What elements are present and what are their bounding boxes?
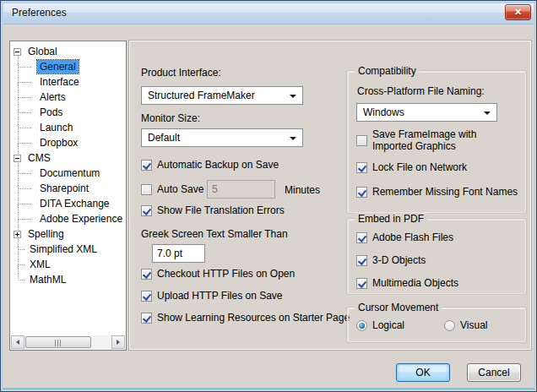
titlebar[interactable]: Preferences	[2, 2, 535, 24]
tree-item-label[interactable]: Alerts	[37, 90, 68, 104]
radio-selected-icon[interactable]	[356, 320, 367, 331]
tree-item-adobe-experience-manager[interactable]: Adobe Experience Manager	[11, 211, 125, 226]
tree-item-label[interactable]: DITA Exchange	[37, 197, 112, 210]
tree-item-alerts[interactable]: Alerts	[11, 90, 125, 105]
checkbox-checked-icon[interactable]	[356, 187, 367, 198]
tree-item-label-selected[interactable]: General	[37, 60, 79, 74]
checkbox-checked-icon[interactable]	[356, 162, 367, 173]
tree-item-label[interactable]: Spelling	[25, 227, 67, 241]
tree-item-interface[interactable]: Interface	[11, 74, 125, 90]
checkbox-label: Checkout HTTP Files on Open	[157, 268, 295, 280]
tree-item-sharepoint[interactable]: Sharepoint	[11, 181, 125, 196]
tree-item-xml[interactable]: XML	[11, 257, 125, 272]
tree-item-label[interactable]: Global	[25, 45, 60, 58]
checkbox-checked-icon[interactable]	[141, 160, 152, 171]
lock-file-checkbox[interactable]: Lock File on Network	[356, 161, 467, 173]
checkbox-label: Lock File on Network	[372, 161, 467, 173]
3d-objects-checkbox[interactable]: 3-D Objects	[356, 254, 426, 266]
cursor-movement-group: Cursor Movement Logical Visual	[347, 308, 526, 342]
checkbox-checked-icon[interactable]	[356, 278, 367, 289]
product-interface-dropdown[interactable]: Structured FrameMaker	[141, 86, 303, 105]
tree-item-label[interactable]: Sharepoint	[37, 182, 91, 195]
checkbox-checked-icon[interactable]	[141, 313, 152, 324]
learning-resources-checkbox[interactable]: Show Learning Resources on Starter Page	[141, 312, 350, 324]
cursor-movement-group-title: Cursor Movement	[355, 302, 442, 313]
tree-item-label[interactable]: Launch	[37, 121, 75, 134]
translation-errors-checkbox[interactable]: Show File Translation Errors	[141, 204, 285, 216]
save-frameimage-checkbox[interactable]: Save FrameImage with Imported Graphics	[356, 128, 507, 152]
tree-horizontal-scrollbar[interactable]	[11, 335, 125, 349]
tree-item-label[interactable]: Dropbox	[37, 136, 80, 150]
tree-item-label[interactable]: Simplified XML	[27, 242, 100, 256]
tree-item-simplified-xml[interactable]: Simplified XML	[11, 242, 125, 257]
logical-radio[interactable]: Logical	[356, 319, 404, 331]
ok-button-label: OK	[415, 367, 430, 378]
cross-platform-naming-value: Windows	[363, 106, 404, 118]
checkbox-label: Upload HTTP Files on Save	[157, 290, 283, 302]
cross-platform-naming-dropdown[interactable]: Windows	[356, 103, 497, 122]
tree-item-dita-exchange[interactable]: DITA Exchange	[11, 196, 125, 211]
compatibility-group-title: Compatibility	[355, 65, 420, 77]
embed-pdf-group: Embed in PDF Adobe Flash Files 3-D Objec…	[347, 219, 526, 294]
scroll-right-button[interactable]	[111, 335, 125, 349]
cancel-button[interactable]: Cancel	[467, 363, 521, 382]
tree-item-pods[interactable]: Pods	[11, 105, 125, 120]
chevron-down-icon	[290, 95, 296, 98]
tree-item-label[interactable]: MathML	[27, 273, 68, 286]
tree-item-general[interactable]: General	[11, 59, 125, 74]
checkbox-unchecked-icon[interactable]	[141, 184, 152, 195]
upload-http-checkbox[interactable]: Upload HTTP Files on Save	[141, 290, 283, 302]
tree-item-label[interactable]: Pods	[37, 106, 65, 119]
checkbox-label: Remember Missing Font Names	[372, 186, 518, 198]
scroll-left-button[interactable]	[11, 335, 24, 349]
window-frame-accent	[3, 388, 534, 389]
radio-unselected-icon[interactable]	[444, 320, 455, 331]
scroll-right-icon	[117, 340, 120, 345]
collapse-icon[interactable]	[14, 48, 21, 56]
tree-item-mathml[interactable]: MathML	[11, 272, 125, 287]
minutes-label: Minutes	[285, 184, 320, 196]
tree-item-label[interactable]: Interface	[37, 75, 82, 89]
ok-button[interactable]: OK	[396, 363, 450, 382]
flash-files-checkbox[interactable]: Adobe Flash Files	[356, 231, 453, 243]
missing-fonts-checkbox[interactable]: Remember Missing Font Names	[356, 186, 518, 198]
compatibility-group: Compatibility Cross-Platform File Naming…	[347, 71, 526, 213]
checkbox-checked-icon[interactable]	[356, 232, 367, 243]
monitor-size-dropdown[interactable]: Default	[141, 128, 303, 147]
automatic-backup-checkbox[interactable]: Automatic Backup on Save	[141, 159, 279, 171]
visual-radio[interactable]: Visual	[444, 319, 487, 331]
scroll-left-icon	[16, 340, 19, 345]
tree-item-dropbox[interactable]: Dropbox	[11, 135, 125, 150]
scrollbar-thumb[interactable]	[25, 336, 91, 348]
checkbox-label: Adobe Flash Files	[372, 231, 453, 243]
close-button[interactable]: ✕	[505, 4, 531, 20]
multimedia-objects-checkbox[interactable]: Multimedia Objects	[356, 277, 458, 289]
tree-item-cms[interactable]: CMS	[11, 150, 125, 166]
expand-icon[interactable]	[14, 231, 21, 238]
radio-label: Logical	[372, 319, 404, 331]
checkbox-checked-icon[interactable]	[356, 255, 367, 266]
chevron-down-icon	[484, 112, 491, 115]
product-interface-label: Product Interface:	[141, 67, 221, 79]
tree-item-label[interactable]: Adobe Experience Manager	[37, 212, 125, 226]
checkbox-checked-icon[interactable]	[141, 291, 152, 302]
radio-label: Visual	[460, 319, 487, 331]
tree-item-documentum[interactable]: Documentum	[11, 166, 125, 181]
checkbox-label: Show Learning Resources on Starter Page	[157, 312, 350, 324]
tree-item-spelling[interactable]: Spelling	[11, 226, 125, 242]
greek-text-size-input[interactable]	[152, 244, 205, 263]
checkbox-label: 3-D Objects	[372, 254, 426, 266]
checkbox-unchecked-icon[interactable]	[356, 135, 367, 146]
chevron-down-icon	[290, 137, 296, 140]
tree-item-global[interactable]: Global	[11, 44, 125, 59]
tree-item-label[interactable]: XML	[27, 258, 53, 271]
checkbox-checked-icon[interactable]	[141, 205, 152, 216]
checkout-http-checkbox[interactable]: Checkout HTTP Files on Open	[141, 268, 295, 280]
tree-item-label[interactable]: CMS	[25, 151, 53, 165]
checkbox-checked-icon[interactable]	[141, 269, 152, 280]
collapse-icon[interactable]	[14, 155, 21, 162]
tree-item-label[interactable]: Documentum	[37, 166, 102, 180]
auto-save-minutes-input[interactable]	[207, 180, 275, 199]
settings-panel: Product Interface: Structured FrameMaker…	[129, 41, 531, 350]
tree-item-launch[interactable]: Launch	[11, 120, 125, 135]
